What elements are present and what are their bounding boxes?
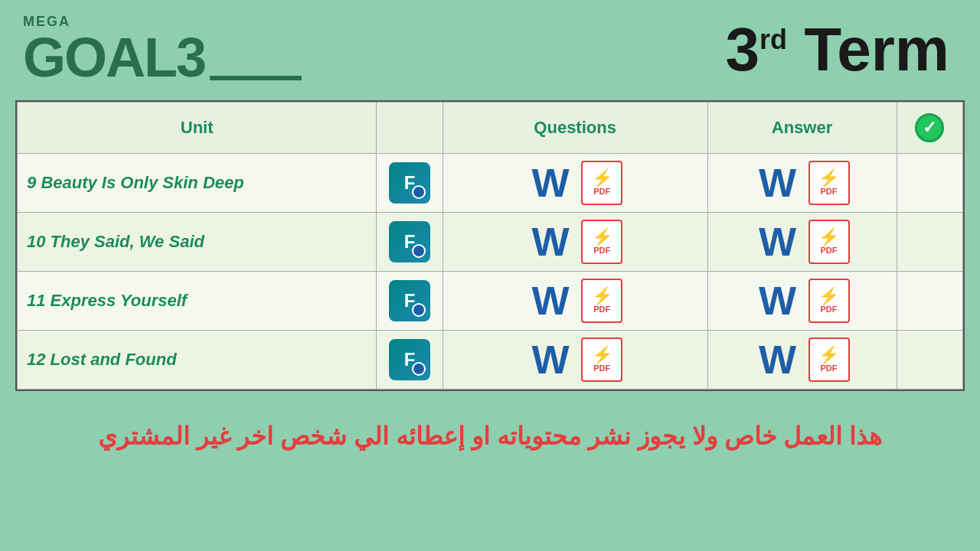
check-column-header: ✓: [897, 103, 962, 154]
check-cell-1: [897, 154, 962, 213]
pdf-icon-a1[interactable]: ⚡ PDF: [808, 161, 850, 205]
word-icon-a3[interactable]: W: [755, 278, 801, 324]
answer-cell-2: W ⚡ PDF: [707, 213, 897, 272]
pdf-icon-a2[interactable]: ⚡ PDF: [808, 220, 850, 264]
pdf-text: PDF: [593, 187, 610, 196]
term-heading: 3rd Term: [726, 15, 949, 85]
forms-dot-4: [412, 362, 426, 376]
forms-icon-4[interactable]: F: [389, 339, 430, 380]
table-row: 10 They Said, We Said F W ⚡: [18, 213, 963, 272]
main-table-container: Unit Questions Answer ✓ 9 Beauty Is Only…: [15, 100, 965, 391]
form-column-header: [377, 103, 443, 154]
unit-column-header: Unit: [18, 103, 377, 154]
word-icon-a2[interactable]: W: [755, 219, 801, 265]
pdf-text-a: PDF: [821, 187, 838, 196]
pdf-symbol-a: ⚡: [818, 170, 839, 187]
answer-cell-1: W ⚡ PDF: [707, 154, 897, 213]
answer-cell-3: W ⚡ PDF: [707, 272, 897, 331]
arabic-footer: هذا العمل خاص ولا يجوز نشر محتوياته او إ…: [0, 414, 980, 458]
pdf-symbol: ⚡: [592, 170, 612, 187]
answer-icons-4: W ⚡ PDF: [717, 337, 887, 383]
word-icon-a1[interactable]: W: [755, 160, 801, 206]
word-w-a3: W: [759, 281, 796, 321]
answer-icons-3: W ⚡ PDF: [717, 278, 887, 324]
pdf-icon-q1[interactable]: ⚡ PDF: [581, 161, 622, 205]
questions-icons-4: W ⚡ PDF: [452, 337, 698, 383]
word-w-q3: W: [532, 281, 570, 321]
unit-name-1: 9 Beauty Is Only Skin Deep: [18, 154, 377, 213]
form-cell-4[interactable]: F: [377, 331, 443, 390]
word-w-letter: W: [532, 163, 570, 203]
pdf-symbol-q2: ⚡: [592, 229, 612, 246]
header: MEGA GOAL 3 3rd Term: [0, 0, 980, 93]
goal-text: GOAL: [23, 30, 176, 85]
word-w-letter-a: W: [759, 163, 796, 203]
word-icon-q2[interactable]: W: [528, 219, 573, 265]
pdf-symbol-a3: ⚡: [818, 288, 839, 305]
check-cell-3: [897, 272, 962, 331]
questions-icons-2: W ⚡ PDF: [452, 219, 698, 265]
forms-dot-2: [412, 244, 426, 258]
pdf-text-q3: PDF: [593, 305, 610, 314]
pdf-icon-q3[interactable]: ⚡ PDF: [581, 279, 622, 323]
pdf-text-q4: PDF: [593, 364, 610, 373]
logo-area: MEGA GOAL 3: [23, 14, 302, 85]
check-cell-2: [897, 213, 962, 272]
questions-icons-1: W ⚡ PDF: [452, 160, 698, 206]
pdf-text-a3: PDF: [821, 305, 838, 314]
goal-line: [210, 76, 302, 80]
pdf-text-a2: PDF: [821, 246, 838, 255]
arabic-notice: هذا العمل خاص ولا يجوز نشر محتوياته او إ…: [15, 422, 965, 451]
word-icon-q4[interactable]: W: [528, 337, 573, 383]
forms-dot: [412, 185, 426, 199]
questions-cell-2: W ⚡ PDF: [443, 213, 707, 272]
word-icon-q1[interactable]: W: [528, 160, 573, 206]
pdf-symbol-a2: ⚡: [818, 229, 839, 246]
goal-logo: GOAL 3: [23, 30, 302, 85]
answer-icons-2: W ⚡ PDF: [717, 219, 887, 265]
unit-name-2: 10 They Said, We Said: [18, 213, 377, 272]
check-cell-4: [897, 331, 962, 390]
questions-cell-3: W ⚡ PDF: [443, 272, 707, 331]
answer-icons-1: W ⚡ PDF: [717, 160, 887, 206]
form-cell-2[interactable]: F: [377, 213, 443, 272]
answer-cell-4: W ⚡ PDF: [707, 331, 897, 390]
pdf-icon-q2[interactable]: ⚡ PDF: [581, 220, 622, 264]
pdf-icon-q4[interactable]: ⚡ PDF: [581, 337, 622, 382]
form-cell-1[interactable]: F: [377, 154, 443, 213]
term-number: 3: [726, 15, 760, 83]
questions-cell-4: W ⚡ PDF: [443, 331, 707, 390]
unit-name-3: 11 Express Yourself: [18, 272, 377, 331]
pdf-symbol-q4: ⚡: [592, 347, 612, 364]
word-w-a2: W: [759, 222, 796, 262]
table-row: 12 Lost and Found F W ⚡ P: [18, 331, 963, 390]
term-label: Term: [804, 15, 949, 83]
table-row: 9 Beauty Is Only Skin Deep F W ⚡: [18, 154, 963, 213]
pdf-text-a4: PDF: [821, 364, 838, 373]
goal-number: 3: [176, 30, 207, 85]
word-w-q4: W: [532, 340, 570, 380]
unit-name-4: 12 Lost and Found: [18, 331, 377, 390]
questions-column-header: Questions: [443, 103, 707, 154]
forms-icon-1[interactable]: F: [389, 162, 430, 204]
word-icon-a4[interactable]: W: [755, 337, 801, 383]
check-symbol: ✓: [923, 118, 936, 138]
term-ordinal: rd: [760, 24, 787, 55]
forms-dot-3: [412, 303, 426, 317]
questions-cell-1: W ⚡ PDF: [443, 154, 707, 213]
word-w-q2: W: [532, 222, 570, 262]
answer-column-header: Answer: [707, 103, 897, 154]
pdf-symbol-q3: ⚡: [592, 288, 612, 305]
pdf-icon-a3[interactable]: ⚡ PDF: [808, 279, 850, 323]
questions-icons-3: W ⚡ PDF: [452, 278, 698, 324]
pdf-symbol-a4: ⚡: [818, 347, 839, 364]
pdf-icon-a4[interactable]: ⚡ PDF: [808, 337, 850, 382]
word-w-a4: W: [759, 340, 796, 380]
word-icon-q3[interactable]: W: [528, 278, 573, 324]
check-icon: ✓: [915, 113, 944, 142]
units-table: Unit Questions Answer ✓ 9 Beauty Is Only…: [17, 102, 963, 390]
table-row: 11 Express Yourself F W ⚡: [18, 272, 963, 331]
forms-icon-2[interactable]: F: [389, 221, 430, 262]
form-cell-3[interactable]: F: [377, 272, 443, 331]
forms-icon-3[interactable]: F: [389, 280, 430, 321]
